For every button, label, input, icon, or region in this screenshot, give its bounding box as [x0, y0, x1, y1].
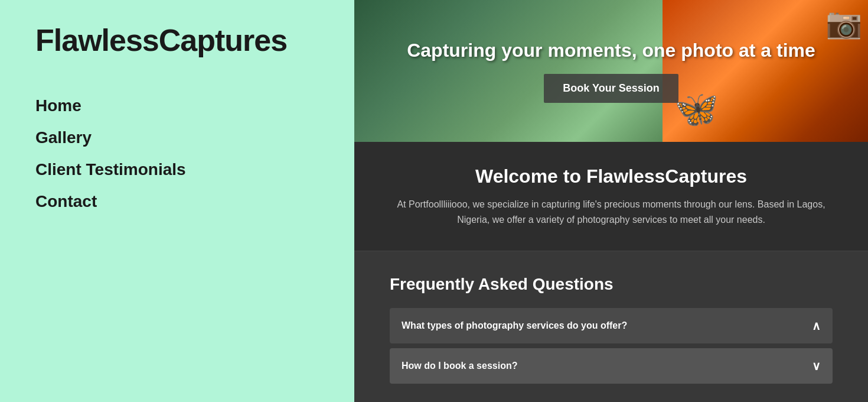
hero-title: Capturing your moments, one photo at a t… — [407, 39, 815, 61]
faq-question-text-2: How do I book a session? — [402, 361, 812, 371]
faq-chevron-icon-1: ∧ — [812, 319, 821, 333]
faq-question-2[interactable]: How do I book a session? ∨ — [390, 348, 833, 384]
faq-section: Frequently Asked Questions What types of… — [354, 251, 868, 402]
book-session-button[interactable]: Book Your Session — [544, 74, 678, 103]
sidebar-item-home[interactable]: Home — [35, 93, 186, 119]
sidebar-item-contact[interactable]: Contact — [35, 189, 186, 215]
hero-section: Capturing your moments, one photo at a t… — [354, 0, 868, 142]
faq-question-1[interactable]: What types of photography services do yo… — [390, 308, 833, 343]
welcome-title: Welcome to FlawlessCaptures — [390, 166, 833, 187]
hero-content: Capturing your moments, one photo at a t… — [395, 27, 827, 114]
sidebar: FlawlessCaptures Home Gallery Client Tes… — [0, 0, 354, 402]
welcome-description: At Portfoollliiiooo, we specialize in ca… — [393, 197, 830, 227]
faq-item-1: What types of photography services do yo… — [390, 308, 833, 343]
faq-item-2: How do I book a session? ∨ — [390, 348, 833, 384]
faq-chevron-icon-2: ∨ — [812, 359, 821, 373]
sidebar-item-testimonials[interactable]: Client Testimonials — [35, 157, 186, 183]
faq-question-text-1: What types of photography services do yo… — [402, 320, 812, 331]
sidebar-item-gallery[interactable]: Gallery — [35, 125, 186, 151]
site-logo: FlawlessCaptures — [35, 24, 287, 57]
faq-title: Frequently Asked Questions — [390, 275, 833, 294]
main-content: Capturing your moments, one photo at a t… — [354, 0, 868, 402]
sidebar-navigation: Home Gallery Client Testimonials Contact — [35, 93, 186, 215]
welcome-section: Welcome to FlawlessCaptures At Portfooll… — [354, 142, 868, 251]
